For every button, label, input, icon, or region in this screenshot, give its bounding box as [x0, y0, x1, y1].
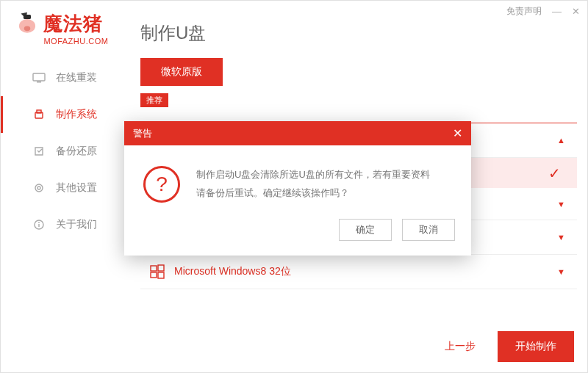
logo-subtext: MOFAZHU.COM: [43, 37, 108, 46]
os-row-win8-32[interactable]: Microsoft Windows8 32位 ▼: [140, 255, 577, 289]
prev-button[interactable]: 上一步: [431, 333, 489, 361]
sidebar-item-reinstall[interactable]: 在线重装: [1, 59, 129, 96]
logo-text: 魔法猪: [43, 11, 108, 37]
start-button[interactable]: 开始制作: [498, 331, 574, 362]
dialog-message: 制作启动U盘会清除所选U盘的所有文件，若有重要资料 请备份后重试。确定继续该操作…: [196, 166, 430, 203]
chevron-down-icon: ▼: [557, 267, 565, 276]
sidebar-item-settings[interactable]: 其他设置: [1, 170, 129, 206]
dialog-title: 警告: [133, 127, 152, 140]
svg-rect-2: [24, 15, 31, 19]
os-name: Microsoft Windows8 32位: [174, 265, 291, 278]
svg-point-1: [24, 26, 31, 31]
svg-point-7: [35, 184, 43, 192]
svg-rect-21: [158, 272, 164, 278]
logo: 魔法猪 MOFAZHU.COM: [14, 11, 121, 46]
svg-rect-18: [151, 266, 157, 271]
svg-rect-3: [33, 73, 45, 81]
recommend-badge: 推荐: [140, 93, 168, 107]
svg-rect-20: [151, 272, 157, 278]
question-icon: ?: [143, 166, 180, 203]
sidebar-item-label: 其他设置: [56, 181, 97, 195]
svg-rect-6: [37, 110, 41, 113]
sidebar-item-label: 关于我们: [56, 218, 97, 231]
windows-icon: [149, 264, 165, 280]
dialog-close-icon[interactable]: ✕: [453, 126, 462, 140]
sidebar-item-about[interactable]: 关于我们: [1, 206, 129, 243]
sidebar-item-label: 备份还原: [56, 145, 97, 158]
close-button[interactable]: ✕: [572, 6, 580, 17]
gear-icon: [32, 183, 46, 193]
sidebar-item-label: 在线重装: [56, 71, 97, 84]
sidebar-item-label: 制作系统: [56, 108, 97, 121]
monitor-icon: [32, 73, 46, 83]
page-title: 制作U盘: [140, 21, 206, 45]
chevron-down-icon: ▼: [557, 233, 565, 242]
cancel-button[interactable]: 取消: [402, 219, 455, 241]
usb-icon: [32, 109, 46, 120]
svg-point-8: [37, 186, 40, 189]
chevron-down-icon: ▼: [557, 200, 565, 209]
chevron-up-icon: ▲: [557, 136, 565, 145]
info-icon: [32, 220, 46, 230]
backup-icon: [32, 146, 46, 156]
minimize-button[interactable]: —: [552, 6, 562, 17]
pig-icon: [14, 11, 40, 36]
sidebar: 在线重装 制作系统 备份还原 其他设置 关于我们: [1, 59, 129, 243]
svg-rect-4: [37, 82, 41, 83]
svg-point-11: [38, 222, 40, 223]
tab-microsoft-original[interactable]: 微软原版: [140, 58, 223, 86]
svg-rect-19: [158, 265, 164, 271]
sidebar-item-make-system[interactable]: 制作系统: [1, 96, 129, 133]
check-icon: ✓: [548, 164, 561, 182]
sidebar-item-backup[interactable]: 备份还原: [1, 133, 129, 170]
disclaimer-link[interactable]: 免责声明: [506, 5, 542, 18]
ok-button[interactable]: 确定: [339, 219, 392, 241]
warning-dialog: 警告 ✕ ? 制作启动U盘会清除所选U盘的所有文件，若有重要资料 请备份后重试。…: [124, 121, 471, 256]
